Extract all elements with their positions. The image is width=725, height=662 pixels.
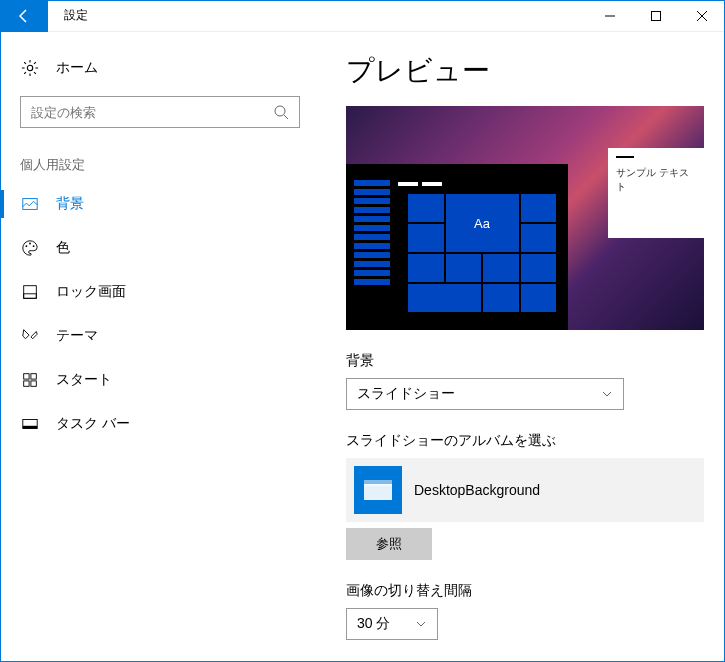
sidebar-item-lockscreen[interactable]: ロック画面 — [0, 270, 320, 314]
background-dropdown[interactable]: スライドショー — [346, 378, 624, 410]
nav-label: タスク バー — [56, 415, 130, 433]
browse-button[interactable]: 参照 — [346, 528, 432, 560]
preview-start-menu: Aa — [346, 164, 568, 330]
search-field[interactable] — [31, 105, 273, 120]
close-icon — [697, 11, 707, 21]
window-title: 設定 — [64, 7, 88, 24]
close-button[interactable] — [679, 0, 725, 32]
svg-point-5 — [275, 106, 285, 116]
svg-rect-14 — [31, 374, 36, 379]
svg-rect-1 — [652, 11, 661, 20]
album-label: スライドショーのアルバムを選ぶ — [346, 432, 699, 450]
nav-label: スタート — [56, 371, 112, 389]
album-value: DesktopBackground — [414, 482, 540, 498]
svg-rect-18 — [23, 426, 37, 429]
svg-rect-15 — [24, 381, 29, 386]
palette-icon — [20, 238, 40, 258]
svg-rect-12 — [24, 294, 37, 299]
nav-label: 色 — [56, 239, 70, 257]
page-title: プレビュー — [346, 52, 699, 90]
preview-sample-window: サンプル テキスト — [608, 148, 704, 238]
minimize-button[interactable] — [587, 0, 633, 32]
svg-point-10 — [33, 245, 35, 247]
home-label: ホーム — [56, 59, 98, 77]
interval-dropdown[interactable]: 30 分 — [346, 608, 438, 640]
section-label: 個人用設定 — [0, 144, 320, 182]
svg-point-8 — [26, 245, 28, 247]
svg-rect-16 — [31, 381, 36, 386]
desktop-preview: サンプル テキスト Aa — [346, 106, 704, 330]
svg-point-9 — [29, 243, 31, 245]
gear-icon — [20, 58, 40, 78]
svg-point-4 — [27, 65, 32, 70]
svg-line-6 — [284, 115, 288, 119]
chevron-down-icon — [415, 618, 427, 630]
sidebar: ホーム 個人用設定 背景 色 ロック画面 テーマ スタート — [0, 32, 320, 662]
start-icon — [20, 370, 40, 390]
content-area: プレビュー サンプル テキスト Aa 背景 スライドショー — [320, 32, 725, 662]
tile-aa: Aa — [446, 194, 519, 252]
arrow-left-icon — [16, 8, 32, 24]
maximize-icon — [651, 11, 661, 21]
title-bar: 設定 — [0, 0, 725, 32]
interval-value: 30 分 — [357, 615, 390, 633]
interval-label: 画像の切り替え間隔 — [346, 582, 699, 600]
album-entry[interactable]: DesktopBackground — [346, 458, 704, 522]
sidebar-item-start[interactable]: スタート — [0, 358, 320, 402]
nav-label: ロック画面 — [56, 283, 126, 301]
nav-label: 背景 — [56, 195, 84, 213]
chevron-down-icon — [601, 388, 613, 400]
sidebar-item-themes[interactable]: テーマ — [0, 314, 320, 358]
svg-rect-13 — [24, 374, 29, 379]
sidebar-item-taskbar[interactable]: タスク バー — [0, 402, 320, 446]
svg-rect-11 — [24, 286, 37, 299]
search-input[interactable] — [20, 96, 300, 128]
maximize-button[interactable] — [633, 0, 679, 32]
theme-icon — [20, 326, 40, 346]
search-icon — [273, 104, 289, 120]
lockscreen-icon — [20, 282, 40, 302]
svg-rect-19 — [364, 484, 392, 500]
picture-icon — [20, 194, 40, 214]
back-button[interactable] — [0, 0, 48, 32]
background-label: 背景 — [346, 352, 699, 370]
sidebar-item-background[interactable]: 背景 — [0, 182, 320, 226]
svg-rect-20 — [364, 480, 392, 486]
sidebar-item-colors[interactable]: 色 — [0, 226, 320, 270]
taskbar-icon — [20, 414, 40, 434]
nav-label: テーマ — [56, 327, 98, 345]
background-value: スライドショー — [357, 385, 455, 403]
window-controls — [587, 0, 725, 32]
minimize-icon — [605, 11, 615, 21]
sample-text-label: サンプル テキスト — [616, 166, 696, 194]
home-button[interactable]: ホーム — [0, 48, 320, 88]
folder-icon — [354, 466, 402, 514]
